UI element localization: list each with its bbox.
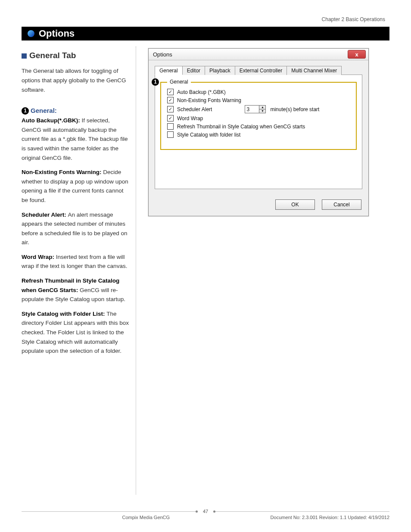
auto-backup-label: Auto Backup (*.GBK) <box>177 89 226 95</box>
dialog-tabs: General Editor Playback External Control… <box>155 65 362 75</box>
tab-external-controller[interactable]: External Controller <box>235 66 287 75</box>
callout-number-icon: 1 <box>152 78 159 86</box>
tab-multi-channel-mixer[interactable]: Multi Channel Mixer <box>286 66 342 75</box>
page-number: 47 <box>198 509 213 514</box>
column-divider <box>135 47 136 495</box>
section-title: Options <box>39 28 75 39</box>
tab-playback[interactable]: Playback <box>205 66 235 75</box>
chapter-label: Chapter 2 Basic Operations <box>322 16 385 22</box>
subsection-heading: General Tab <box>29 51 76 60</box>
option-desc: Scheduler Alert: An alert message appear… <box>22 210 129 247</box>
dialog-title: Options <box>153 51 172 58</box>
square-bullet-icon <box>22 53 27 59</box>
auto-backup-checkbox[interactable]: ✓ <box>167 89 174 95</box>
option-desc: Word Wrap: Inserted text from a file wil… <box>22 252 129 271</box>
option-desc: Non-Existing Fonts Warning: Decide wheth… <box>22 168 129 205</box>
product-name: Compix Media GenCG <box>122 515 170 520</box>
intro-paragraph: The General tab allows for toggling of o… <box>22 66 129 94</box>
dialog-titlebar: Options x <box>149 49 368 60</box>
page-footer: 47 Compix Media GenCG Document No: 2.3.0… <box>22 509 389 520</box>
general-group: 1 General ✓ Auto Backup (*.GBK) ✓ Non-Ex… <box>160 82 357 150</box>
options-dialog: Options x General Editor Playback Extern… <box>148 48 369 216</box>
style-folder-checkbox[interactable] <box>167 131 174 138</box>
scheduler-alert-label: Scheduler Alert <box>177 106 212 112</box>
refresh-thumb-label: Refresh Thumbnail in Style Catalog when … <box>177 124 305 130</box>
callout-number-icon: 1 <box>22 107 29 115</box>
word-wrap-checkbox[interactable]: ✓ <box>167 115 174 121</box>
scheduler-alert-checkbox[interactable]: ✓ <box>167 106 174 112</box>
group-heading: General: <box>31 107 57 114</box>
bullet-dot-icon <box>28 30 34 37</box>
tab-general[interactable]: General <box>155 66 183 75</box>
close-icon: x <box>355 52 358 57</box>
option-desc: Style Catalog with Folder List: The dire… <box>22 309 129 356</box>
fonts-warning-checkbox[interactable]: ✓ <box>167 97 174 103</box>
close-button[interactable]: x <box>348 50 366 59</box>
scheduler-minutes-input[interactable]: 3 <box>245 105 259 113</box>
refresh-thumb-checkbox[interactable] <box>167 123 174 130</box>
tab-panel-general: 1 General ✓ Auto Backup (*.GBK) ✓ Non-Ex… <box>155 75 362 189</box>
doc-info: Document No: 2.3.001 Revision: 1.1 Updat… <box>271 515 389 520</box>
cancel-button[interactable]: Cancel <box>322 199 361 210</box>
word-wrap-label: Word Wrap <box>177 115 203 121</box>
ok-button[interactable]: OK <box>275 199 315 210</box>
option-desc: Refresh Thumbnail in Style Catalog when … <box>22 276 129 304</box>
group-legend: General <box>167 79 191 85</box>
option-desc: Auto Backup(*.GBK): If selected, GenCG w… <box>22 116 129 162</box>
spin-down-button[interactable]: ▼ <box>259 109 265 113</box>
tab-editor[interactable]: Editor <box>182 66 205 75</box>
description-column: General Tab The General tab allows for t… <box>22 47 135 495</box>
style-folder-label: Style Catalog with folder list <box>177 132 240 138</box>
fonts-warning-label: Non-Existing Fonts Warning <box>177 97 241 103</box>
spin-up-button[interactable]: ▲ <box>259 106 265 109</box>
scheduler-suffix: minute(s) before start <box>270 106 319 112</box>
section-title-bar: Options <box>22 27 389 40</box>
